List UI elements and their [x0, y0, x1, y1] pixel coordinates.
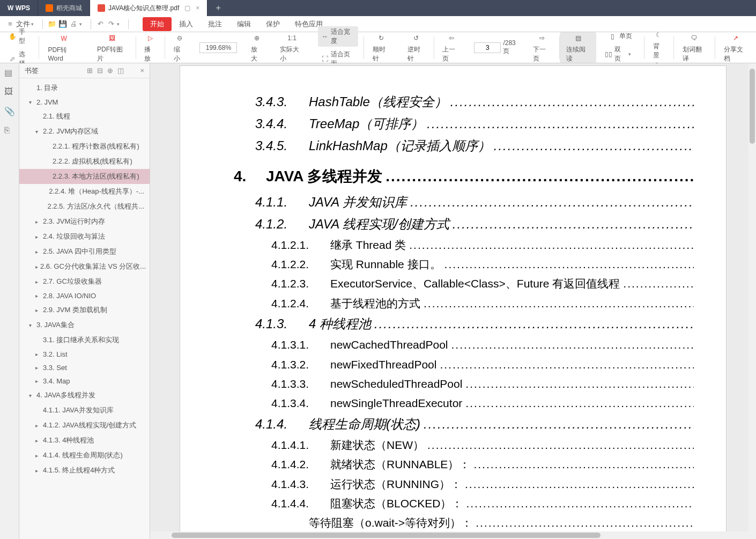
- rotate-ccw[interactable]: ↺逆时针: [404, 31, 428, 64]
- bookmark-panel-icon[interactable]: ▤: [4, 68, 15, 78]
- play-icon: ▷: [144, 32, 156, 44]
- zoom-in[interactable]: ⊕放大: [248, 31, 266, 64]
- thumb-panel-icon[interactable]: 🖼: [4, 87, 15, 98]
- tree-item[interactable]: 3.1. 接口继承关系和实现: [19, 333, 150, 348]
- tab-annotate[interactable]: 批注: [201, 17, 229, 31]
- attach-panel-icon[interactable]: 📎: [4, 106, 15, 117]
- tree-item[interactable]: ▸2.8. JAVA IO/NIO: [19, 289, 150, 302]
- tab-edit[interactable]: 编辑: [229, 17, 258, 31]
- tree-item[interactable]: ▸3.4. Map: [19, 374, 150, 388]
- tree-item-label: 3.2. List: [43, 350, 68, 358]
- tree-item[interactable]: 2.2.4. 堆（Heap-线程共享）-...: [19, 184, 150, 199]
- tree-item[interactable]: ▸2.3. JVM运行时内存: [19, 214, 150, 229]
- tree-item[interactable]: ▾3. JAVA集合: [19, 318, 150, 333]
- background[interactable]: ☾背景▾: [650, 28, 668, 67]
- zoom-out[interactable]: ⊖缩小: [171, 31, 189, 64]
- open-icon[interactable]: 📁: [47, 19, 57, 29]
- continuous-read[interactable]: ▤连续阅读: [563, 31, 593, 64]
- caret-icon: ▸: [35, 234, 41, 240]
- popout-icon[interactable]: ▢: [184, 4, 190, 12]
- tab-insert[interactable]: 插入: [172, 17, 201, 31]
- tree-item[interactable]: ▸2.6. GC分代收集算法 VS 分区收...: [19, 259, 150, 274]
- tree-item[interactable]: ▸4.1.5. 终止线程4种方式: [19, 463, 150, 478]
- sidebar-close-icon[interactable]: ×: [140, 67, 144, 75]
- tree-item[interactable]: ▾2. JVM: [19, 95, 150, 109]
- horizontal-scrollbar[interactable]: [150, 531, 748, 539]
- vertical-scrollbar[interactable]: [748, 63, 756, 539]
- tree-item[interactable]: ▸3.2. List: [19, 348, 150, 361]
- doc-tab[interactable]: JAVA核心知识点整理.pdf ▢ ×: [90, 0, 207, 16]
- tab-protect[interactable]: 保护: [258, 17, 287, 31]
- save-icon[interactable]: 💾: [58, 19, 68, 29]
- page-input[interactable]: [474, 42, 501, 53]
- tree-item[interactable]: ▸4.1.4. 线程生命周期(状态): [19, 448, 150, 463]
- side-expand-icon[interactable]: ⊞: [87, 67, 93, 75]
- tree-item[interactable]: 2.2.1. 程序计数器(线程私有): [19, 139, 150, 154]
- side-collapse-icon[interactable]: ⊟: [97, 67, 103, 75]
- wps-tab[interactable]: W WPS: [0, 0, 38, 16]
- single-page[interactable]: ▯单页: [605, 31, 635, 42]
- redo-icon[interactable]: ↷: [106, 19, 116, 29]
- undo-icon[interactable]: ↶: [95, 19, 105, 29]
- redo-dropdown-icon[interactable]: ▾: [117, 21, 120, 27]
- separator: [128, 19, 129, 29]
- tree-item[interactable]: ▸4.1.3. 4种线程池: [19, 433, 150, 448]
- toc-text: 新建状态（NEW）: [330, 437, 424, 453]
- tab-begin[interactable]: 开始: [143, 17, 172, 31]
- tree-item-label: 4.1.5. 终止线程4种方式: [43, 466, 115, 475]
- new-tab-button[interactable]: +: [207, 3, 229, 13]
- tree-item[interactable]: 2.2.5. 方法区/永久代（线程共...: [19, 199, 150, 214]
- separator: [91, 19, 91, 29]
- tree-item[interactable]: ▾2.2. JVM内存区域: [19, 124, 150, 139]
- toc-dots: ........................................…: [424, 296, 694, 312]
- prev-page[interactable]: ⇦上一页: [439, 31, 463, 64]
- tree-item[interactable]: 4.1.1. JAVA并发知识库: [19, 403, 150, 418]
- tree-item[interactable]: 1. 目录: [19, 80, 150, 95]
- single-icon: ▯: [609, 32, 617, 41]
- play-button[interactable]: ▷播放: [141, 31, 159, 64]
- toc-dots: ........................................…: [450, 93, 694, 112]
- tree-item[interactable]: ▾4. JAVA多线程并发: [19, 388, 150, 403]
- close-tab-icon[interactable]: ×: [196, 4, 199, 12]
- zoom-input[interactable]: 199.68%: [199, 42, 237, 53]
- share[interactable]: ↗分享文档: [721, 31, 751, 64]
- tree-item[interactable]: 2.2.2. 虚拟机栈(线程私有): [19, 154, 150, 169]
- toc-num: 4.1.3.1.: [271, 337, 320, 353]
- pdf-to-word[interactable]: WPDF转Word: [45, 32, 83, 63]
- caret-icon: ▸: [35, 249, 41, 255]
- toc-line: 4.1.2.2.实现 Runnable 接口。.................…: [271, 256, 694, 272]
- translate[interactable]: 🗨划词翻译: [679, 31, 709, 64]
- print-dropdown-icon[interactable]: ▾: [79, 21, 82, 27]
- tree-item[interactable]: ▸4.1.2. JAVA线程实现/创建方式: [19, 418, 150, 433]
- tree-item[interactable]: ▸2.5. JAVA 四中引用类型: [19, 244, 150, 259]
- side-add-icon[interactable]: ⊕: [107, 67, 113, 75]
- next-page[interactable]: ⇨下一页: [530, 31, 554, 64]
- print-icon[interactable]: 🖨: [69, 19, 78, 29]
- tree-item-label: 2. JVM: [36, 98, 58, 106]
- other-panel-icon[interactable]: ⎘: [4, 125, 15, 136]
- tree-item[interactable]: 2.1. 线程: [19, 109, 150, 124]
- tree-item[interactable]: ▸2.7. GC垃圾收集器: [19, 274, 150, 289]
- toc-text: 基于线程池的方式: [330, 296, 420, 312]
- toc-line: 4.1.3.2.newFixedThreadPool..............…: [271, 357, 694, 373]
- double-page[interactable]: ▯▯双页▾: [602, 44, 638, 64]
- wps-label: WPS: [16, 4, 30, 12]
- h-scroll-thumb[interactable]: [172, 533, 601, 538]
- rotate-cw[interactable]: ↻顺时针: [369, 31, 394, 64]
- toc-line: 4.1.2.JAVA 线程实现/创建方式....................…: [255, 215, 694, 234]
- tree-item[interactable]: ▸3.3. Set: [19, 361, 150, 374]
- side-bookmark-icon[interactable]: ◫: [117, 67, 124, 75]
- tree-item[interactable]: 2.2.3. 本地方法区(线程私有): [19, 169, 150, 184]
- toc-line: 3.4.5.LinkHashMap（记录插入顺序）...............…: [255, 137, 694, 156]
- tree-item-label: 4. JAVA多线程并发: [36, 390, 95, 400]
- pdf-to-image[interactable]: 🖼PDF转图片: [94, 31, 130, 64]
- tree-item-label: 2.4. 垃圾回收与算法: [43, 232, 105, 241]
- actual-size[interactable]: 1:1实际大小: [277, 31, 307, 64]
- tree-item[interactable]: ▸2.9. JVM 类加载机制: [19, 302, 150, 318]
- tree-item[interactable]: ▸2.4. 垃圾回收与算法: [19, 229, 150, 244]
- toc-line: 4.1.4.线程生命周期(状态)........................…: [255, 415, 694, 434]
- fit-width[interactable]: ↔适合宽度: [318, 26, 358, 47]
- v-scroll-thumb[interactable]: [750, 69, 755, 144]
- store-tab[interactable]: 稻壳商城: [38, 0, 90, 16]
- hand-tool[interactable]: ✋手型: [5, 26, 33, 47]
